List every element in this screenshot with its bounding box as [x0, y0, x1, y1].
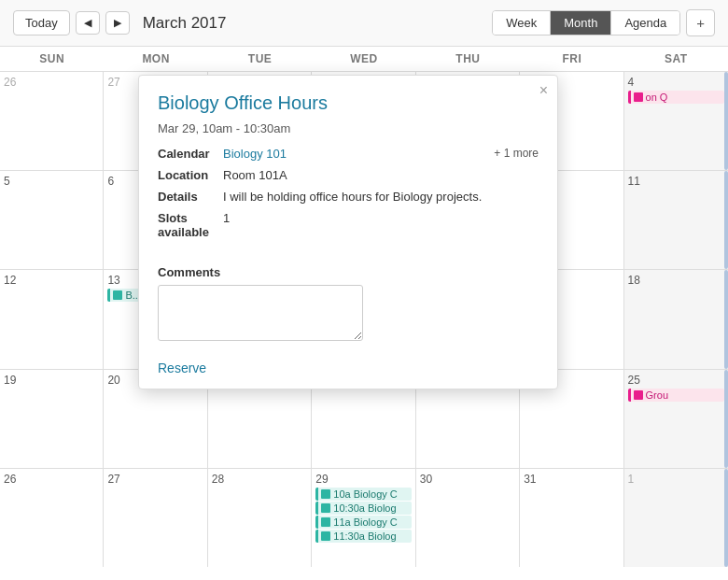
current-month: March 2017: [143, 14, 480, 33]
event-chip[interactable]: Grou: [628, 389, 724, 402]
location-value: Room 101A: [223, 168, 287, 182]
week-row: 26 27 28 29 10a Biology C 10:30a Biolog …: [0, 469, 728, 567]
event-icon: [321, 517, 330, 527]
day-cell[interactable]: 31: [520, 469, 623, 567]
month-view-button[interactable]: Month: [550, 11, 610, 35]
header-tue: TUE: [208, 47, 312, 71]
day-cell[interactable]: 28: [208, 469, 312, 567]
calendar-toolbar: Today ◀ ▶ March 2017 Week Month Agenda +: [0, 0, 728, 47]
day-cell[interactable]: 12: [0, 270, 104, 368]
agenda-view-button[interactable]: Agenda: [610, 11, 679, 35]
popup-details-row: Details I will be holding office hours f…: [158, 190, 539, 204]
popup-location-row: Location Room 101A: [158, 168, 539, 182]
day-cell-sat[interactable]: 25 Grou: [624, 370, 728, 468]
event-icon: [113, 290, 122, 300]
week-view-button[interactable]: Week: [493, 11, 550, 35]
day-cell-sat[interactable]: 11: [624, 171, 728, 269]
popup-datetime: Mar 29, 10am - 10:30am: [139, 121, 557, 147]
event-icon: [321, 503, 330, 513]
popup-title: Biology Office Hours: [139, 76, 557, 121]
event-icon: [321, 531, 330, 541]
next-button[interactable]: ▶: [105, 11, 130, 35]
event-chip[interactable]: 10:30a Biolog: [315, 502, 411, 515]
calendar-label: Calendar: [158, 147, 223, 161]
day-cell[interactable]: 26: [0, 72, 104, 170]
scrollbar-indicator: [724, 72, 728, 170]
comments-textarea[interactable]: [158, 285, 363, 341]
view-buttons: Week Month Agenda: [492, 10, 680, 35]
day-cell[interactable]: 19: [0, 370, 104, 468]
reserve-button[interactable]: Reserve: [139, 357, 225, 389]
event-chip[interactable]: on Q: [628, 91, 724, 104]
popup-body: Calendar Biology 101 + 1 more Location R…: [139, 147, 557, 256]
slots-value: 1: [223, 211, 230, 225]
details-label: Details: [158, 190, 223, 204]
day-cell-sat[interactable]: 4 on Q: [624, 72, 728, 170]
scrollbar-indicator: [724, 370, 728, 468]
popup-comments-section: Comments: [139, 256, 557, 357]
comments-label: Comments: [158, 265, 539, 279]
scrollbar-indicator: [724, 171, 728, 269]
today-button[interactable]: Today: [13, 10, 70, 35]
popup-calendar-row: Calendar Biology 101 + 1 more: [158, 147, 539, 161]
day-cell-sat[interactable]: 1: [624, 469, 728, 567]
day-cell[interactable]: 5: [0, 171, 104, 269]
header-fri: FRI: [520, 47, 623, 71]
day-cell-sat[interactable]: 18: [624, 270, 728, 368]
popup-more: + 1 more: [494, 147, 539, 160]
header-wed: WED: [312, 47, 415, 71]
prev-button[interactable]: ◀: [76, 11, 100, 35]
header-thu: THU: [416, 47, 520, 71]
event-icon: [321, 489, 330, 499]
day-cell[interactable]: 26: [0, 469, 104, 567]
event-chip[interactable]: 11a Biology C: [315, 516, 411, 529]
scrollbar-indicator: [724, 270, 728, 368]
day-cell[interactable]: 30: [416, 469, 520, 567]
event-chip[interactable]: 10a Biology C: [315, 488, 411, 501]
slots-label: Slots available: [158, 211, 223, 239]
event-icon: [634, 92, 643, 102]
add-event-button[interactable]: +: [686, 9, 715, 36]
event-chip[interactable]: 11:30a Biolog: [315, 530, 411, 543]
day-cell-29[interactable]: 29 10a Biology C 10:30a Biolog 11a Biolo…: [312, 469, 415, 567]
popup-close-button[interactable]: ×: [539, 83, 548, 98]
location-label: Location: [158, 168, 223, 182]
calendar-value[interactable]: Biology 101: [223, 147, 287, 161]
header-mon: MON: [104, 47, 207, 71]
details-value: I will be holding office hours for Biolo…: [223, 190, 482, 204]
popup-slots-row: Slots available 1: [158, 211, 539, 239]
event-icon: [634, 390, 643, 400]
day-headers: SUN MON TUE WED THU FRI SAT: [0, 47, 728, 72]
scrollbar-indicator: [724, 469, 728, 567]
event-popup: × Biology Office Hours Mar 29, 10am - 10…: [138, 75, 558, 389]
header-sun: SUN: [0, 47, 104, 71]
day-cell[interactable]: 27: [104, 469, 207, 567]
header-sat: SAT: [624, 47, 728, 71]
